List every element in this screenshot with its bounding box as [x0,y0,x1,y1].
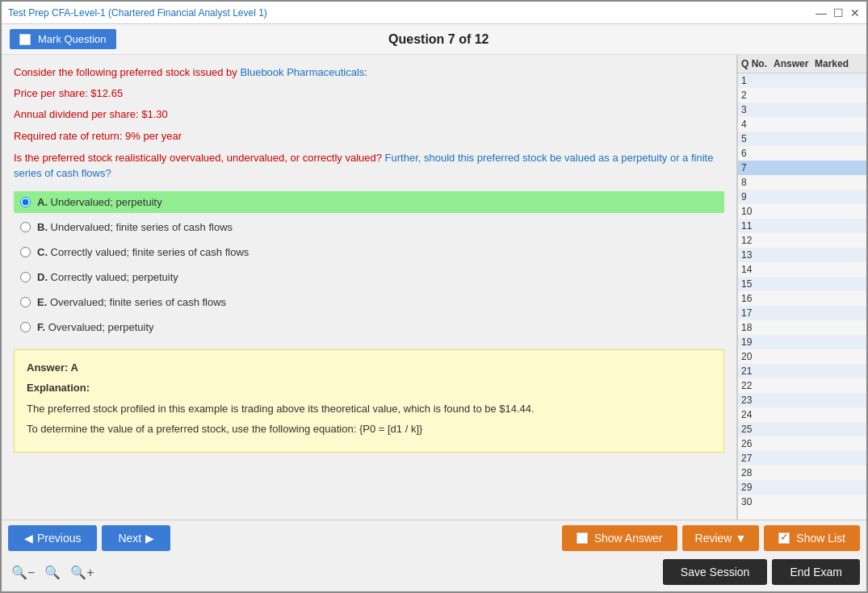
next-button[interactable]: Next ▶ [102,525,170,551]
option-B[interactable]: B. Undervalued; finite series of cash fl… [14,216,724,238]
minimize-button[interactable]: — [816,6,827,19]
sidebar-qno-26: 26 [741,438,774,449]
sidebar-header: Q No. Answer Marked [738,55,866,73]
option-E[interactable]: E. Overvalued; finite series of cash flo… [14,291,724,313]
title-bar: Test Prep CFA-Level-1 (Chartered Financi… [2,2,866,24]
bottom-bar: ◀ Previous Next ▶ Show Answer Review ▼ ✓… [2,520,866,591]
close-button[interactable]: ✕ [850,6,860,19]
explanation-line2: To determine the value of a preferred st… [27,421,711,437]
sidebar-qno-23: 23 [741,395,774,406]
sidebar-row-29[interactable]: 29 [738,480,866,495]
end-exam-label: End Exam [790,566,842,578]
sidebar-row-24[interactable]: 24 [738,407,866,422]
option-F-radio[interactable] [20,322,31,332]
sidebar-row-22[interactable]: 22 [738,378,866,393]
option-C-radio[interactable] [20,247,31,257]
window-controls: — ☐ ✕ [816,6,860,19]
option-D-radio[interactable] [20,272,31,282]
option-C[interactable]: C. Correctly valued; finite series of ca… [14,241,724,263]
question-detail3: Required rate of return: 9% per year [14,128,724,145]
sidebar-row-6[interactable]: 6 [738,146,866,161]
zoom-out-button[interactable]: 🔍− [8,563,38,582]
sidebar-row-9[interactable]: 9 [738,190,866,204]
next-label: Next [118,532,141,545]
sidebar-row-3[interactable]: 3 [738,102,866,117]
sidebar-row-21[interactable]: 21 [738,364,866,378]
end-exam-button[interactable]: End Exam [772,559,860,585]
sidebar-qno-5: 5 [741,133,774,144]
sidebar-qno-6: 6 [741,148,774,159]
answer-label: Answer: A [27,360,711,376]
sidebar-qno-15: 15 [741,278,774,290]
sidebar-row-14[interactable]: 14 [738,262,866,277]
sidebar-row-28[interactable]: 28 [738,466,866,480]
toolbar: Mark Question Question 7 of 12 [2,24,866,55]
option-A[interactable]: A. Undervalued; perpetuity [14,191,724,213]
zoom-in-button[interactable]: 🔍+ [67,563,97,582]
previous-label: Previous [37,532,81,545]
sidebar-qno-2: 2 [741,90,774,101]
show-answer-label: Show Answer [594,532,663,545]
question-detail1: Price per share: $12.65 [14,86,724,102]
sidebar-row-15[interactable]: 15 [738,277,866,291]
show-list-label: Show List [796,532,845,545]
sidebar-row-16[interactable]: 16 [738,291,866,306]
question-ask: Is the preferred stock realistically ove… [14,150,724,182]
question-detail2: Annual dividend per share: $1.30 [14,106,724,123]
sidebar-row-2[interactable]: 2 [738,88,866,102]
zoom-reset-button[interactable]: 🔍 [41,563,64,582]
prev-arrow-icon: ◀ [24,532,33,545]
next-arrow-icon: ▶ [145,532,154,545]
zoom-controls: 🔍− 🔍 🔍+ [8,563,98,582]
option-B-radio[interactable] [20,222,31,232]
sidebar-row-4[interactable]: 4 [738,117,866,132]
review-dropdown-icon: ▼ [735,532,746,545]
sidebar-row-25[interactable]: 25 [738,422,866,436]
sidebar-row-19[interactable]: 19 [738,335,866,349]
sidebar-row-1[interactable]: 1 [738,73,866,88]
sidebar-qno-30: 30 [741,496,774,507]
option-F-label: F. Overvalued; perpetuity [37,321,154,333]
show-list-checkbox-icon: ✓ [778,532,790,544]
sidebar-row-7[interactable]: 7 [738,161,866,175]
sidebar-row-23[interactable]: 23 [738,393,866,407]
option-C-label: C. Correctly valued; finite series of ca… [37,246,249,258]
option-D[interactable]: D. Correctly valued; perpetuity [14,266,724,288]
sidebar-qno-20: 20 [741,351,774,362]
mark-question-button[interactable]: Mark Question [10,29,116,49]
sidebar-row-13[interactable]: 13 [738,248,866,262]
sidebar-row-10[interactable]: 10 [738,204,866,219]
sidebar-qno-9: 9 [741,191,774,203]
option-A-radio[interactable] [20,197,31,207]
review-button[interactable]: Review ▼ [682,525,760,551]
option-F[interactable]: F. Overvalued; perpetuity [14,316,724,338]
sidebar-row-18[interactable]: 18 [738,320,866,335]
sidebar-row-11[interactable]: 11 [738,219,866,233]
main-content: Consider the following preferred stock i… [2,55,866,520]
app-window: Test Prep CFA-Level-1 (Chartered Financi… [0,0,868,593]
question-list-sidebar: Q No. Answer Marked 1 2 3 4 5 6 7 8 9 10… [737,55,866,520]
save-session-button[interactable]: Save Session [663,559,768,585]
option-A-label: A. Undervalued; perpetuity [37,196,162,208]
sidebar-row-12[interactable]: 12 [738,233,866,248]
sidebar-row-27[interactable]: 27 [738,451,866,466]
app-title: Test Prep CFA-Level-1 (Chartered Financi… [8,7,267,19]
sidebar-qno-21: 21 [741,365,774,377]
previous-button[interactable]: ◀ Previous [8,525,97,551]
sidebar-qno-8: 8 [741,177,774,188]
sidebar-col-answer: Answer [774,58,815,69]
sidebar-row-26[interactable]: 26 [738,436,866,451]
show-answer-button[interactable]: Show Answer [562,525,677,551]
save-session-label: Save Session [681,566,750,578]
sidebar-row-8[interactable]: 8 [738,175,866,190]
maximize-button[interactable]: ☐ [833,6,844,19]
sidebar-row-20[interactable]: 20 [738,349,866,364]
sidebar-qno-1: 1 [741,75,774,86]
option-E-radio[interactable] [20,297,31,307]
sidebar-qno-10: 10 [741,206,774,217]
sidebar-row-30[interactable]: 30 [738,495,866,509]
sidebar-qno-27: 27 [741,453,774,464]
show-list-button[interactable]: ✓ Show List [764,525,860,551]
sidebar-row-17[interactable]: 17 [738,306,866,320]
sidebar-row-5[interactable]: 5 [738,132,866,146]
